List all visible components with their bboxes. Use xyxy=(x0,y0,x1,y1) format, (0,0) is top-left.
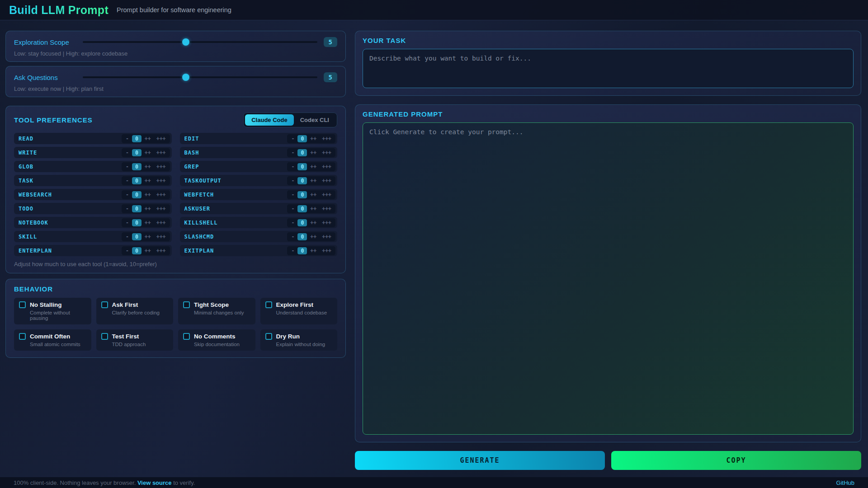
tool-seg-minus[interactable]: - xyxy=(289,177,297,184)
tool-seg-neutral[interactable]: 0 xyxy=(132,205,142,212)
tool-seg-neutral[interactable]: 0 xyxy=(132,149,142,156)
behavior-checkbox[interactable] xyxy=(101,333,108,340)
tool-seg-minus[interactable]: - xyxy=(123,177,131,184)
tool-seg-plus3[interactable]: +++ xyxy=(320,191,334,198)
tool-seg-plus3[interactable]: +++ xyxy=(154,163,168,170)
slider-thumb[interactable] xyxy=(182,38,189,46)
behavior-option[interactable]: No Stalling Complete without pausing xyxy=(14,298,91,324)
behavior-option[interactable]: Dry Run Explain without doing xyxy=(260,329,338,351)
slider-track[interactable] xyxy=(83,76,317,78)
tool-seg-neutral[interactable]: 0 xyxy=(297,219,307,226)
behavior-option[interactable]: Commit Often Small atomic commits xyxy=(14,329,91,351)
tool-seg-neutral[interactable]: 0 xyxy=(297,163,307,170)
generated-prompt-output[interactable]: Click Generate to create your prompt... xyxy=(363,122,854,435)
exploration-scope-slider[interactable] xyxy=(83,38,317,46)
tool-seg-minus[interactable]: - xyxy=(289,233,297,240)
github-link[interactable]: GitHub xyxy=(836,479,854,486)
tool-seg-plus3[interactable]: +++ xyxy=(320,163,334,170)
tool-seg-plus3[interactable]: +++ xyxy=(320,177,334,184)
tool-seg-plus3[interactable]: +++ xyxy=(154,149,168,156)
tool-seg-minus[interactable]: - xyxy=(123,205,131,212)
tool-seg-minus[interactable]: - xyxy=(289,219,297,226)
tool-seg-plus3[interactable]: +++ xyxy=(154,219,168,226)
tool-seg-minus[interactable]: - xyxy=(123,135,131,142)
tool-seg-plus2[interactable]: ++ xyxy=(142,149,153,156)
tool-seg-neutral[interactable]: 0 xyxy=(297,247,307,254)
behavior-checkbox[interactable] xyxy=(183,301,190,308)
tool-seg-plus2[interactable]: ++ xyxy=(308,205,319,212)
tool-seg-plus2[interactable]: ++ xyxy=(308,219,319,226)
tool-seg-plus2[interactable]: ++ xyxy=(308,135,319,142)
tool-seg-plus3[interactable]: +++ xyxy=(320,149,334,156)
tool-seg-neutral[interactable]: 0 xyxy=(132,247,142,254)
tool-seg-plus2[interactable]: ++ xyxy=(142,135,153,142)
tool-seg-plus2[interactable]: ++ xyxy=(142,205,153,212)
behavior-option[interactable]: Tight Scope Minimal changes only xyxy=(178,298,255,324)
tool-seg-plus3[interactable]: +++ xyxy=(320,205,334,212)
tool-seg-neutral[interactable]: 0 xyxy=(132,233,142,240)
tool-seg-plus2[interactable]: ++ xyxy=(308,247,319,254)
tool-seg-neutral[interactable]: 0 xyxy=(132,219,142,226)
tool-seg-minus[interactable]: - xyxy=(123,219,131,226)
tool-seg-plus2[interactable]: ++ xyxy=(142,219,153,226)
tool-seg-plus3[interactable]: +++ xyxy=(154,191,168,198)
tool-seg-plus2[interactable]: ++ xyxy=(142,177,153,184)
tool-seg-minus[interactable]: - xyxy=(123,247,131,254)
tool-seg-plus2[interactable]: ++ xyxy=(308,233,319,240)
tool-seg-plus3[interactable]: +++ xyxy=(154,233,168,240)
slider-track[interactable] xyxy=(83,41,317,43)
tool-seg-plus3[interactable]: +++ xyxy=(320,233,334,240)
tool-seg-plus3[interactable]: +++ xyxy=(320,135,334,142)
tool-seg-minus[interactable]: - xyxy=(289,149,297,156)
toggle-claude-code[interactable]: Claude Code xyxy=(245,114,293,126)
tool-seg-minus[interactable]: - xyxy=(123,191,131,198)
slider-thumb[interactable] xyxy=(182,74,189,81)
tool-seg-minus[interactable]: - xyxy=(289,247,297,254)
tool-seg-plus3[interactable]: +++ xyxy=(154,247,168,254)
tool-seg-neutral[interactable]: 0 xyxy=(132,163,142,170)
behavior-checkbox[interactable] xyxy=(265,333,272,340)
tool-seg-plus3[interactable]: +++ xyxy=(320,247,334,254)
tool-seg-minus[interactable]: - xyxy=(289,205,297,212)
tool-seg-plus2[interactable]: ++ xyxy=(142,247,153,254)
tool-seg-plus2[interactable]: ++ xyxy=(142,191,153,198)
tool-seg-neutral[interactable]: 0 xyxy=(297,177,307,184)
tool-seg-minus[interactable]: - xyxy=(123,233,131,240)
behavior-checkbox[interactable] xyxy=(19,301,26,308)
tool-seg-minus[interactable]: - xyxy=(289,135,297,142)
behavior-checkbox[interactable] xyxy=(265,301,272,308)
tool-seg-minus[interactable]: - xyxy=(123,163,131,170)
tool-seg-neutral[interactable]: 0 xyxy=(297,233,307,240)
behavior-option[interactable]: Ask First Clarify before coding xyxy=(96,298,174,324)
tool-seg-neutral[interactable]: 0 xyxy=(297,135,307,142)
view-source-link[interactable]: View source xyxy=(137,479,172,486)
tool-seg-neutral[interactable]: 0 xyxy=(132,177,142,184)
tool-seg-plus3[interactable]: +++ xyxy=(320,219,334,226)
behavior-option[interactable]: No Comments Skip documentation xyxy=(178,329,255,351)
tool-seg-plus2[interactable]: ++ xyxy=(308,177,319,184)
tool-seg-neutral[interactable]: 0 xyxy=(132,191,142,198)
tool-seg-plus3[interactable]: +++ xyxy=(154,205,168,212)
behavior-option[interactable]: Explore First Understand codebase xyxy=(260,298,338,324)
tool-seg-plus2[interactable]: ++ xyxy=(142,233,153,240)
task-input[interactable] xyxy=(363,49,854,88)
tool-seg-plus3[interactable]: +++ xyxy=(154,135,168,142)
tool-seg-plus2[interactable]: ++ xyxy=(308,163,319,170)
tool-seg-plus2[interactable]: ++ xyxy=(308,191,319,198)
tool-seg-neutral[interactable]: 0 xyxy=(297,191,307,198)
tool-seg-minus[interactable]: - xyxy=(289,191,297,198)
tool-seg-plus2[interactable]: ++ xyxy=(142,163,153,170)
tool-seg-plus3[interactable]: +++ xyxy=(154,177,168,184)
behavior-option[interactable]: Test First TDD approach xyxy=(96,329,174,351)
behavior-checkbox[interactable] xyxy=(19,333,26,340)
tool-seg-minus[interactable]: - xyxy=(289,163,297,170)
tool-seg-plus2[interactable]: ++ xyxy=(308,149,319,156)
tool-seg-minus[interactable]: - xyxy=(123,149,131,156)
ask-questions-slider[interactable] xyxy=(83,73,317,81)
tool-seg-neutral[interactable]: 0 xyxy=(297,205,307,212)
behavior-checkbox[interactable] xyxy=(183,333,190,340)
generate-button[interactable]: GENERATE xyxy=(355,451,605,470)
toggle-codex-cli[interactable]: Codex CLI xyxy=(294,114,335,126)
tool-seg-neutral[interactable]: 0 xyxy=(132,135,142,142)
copy-button[interactable]: COPY xyxy=(611,451,861,470)
